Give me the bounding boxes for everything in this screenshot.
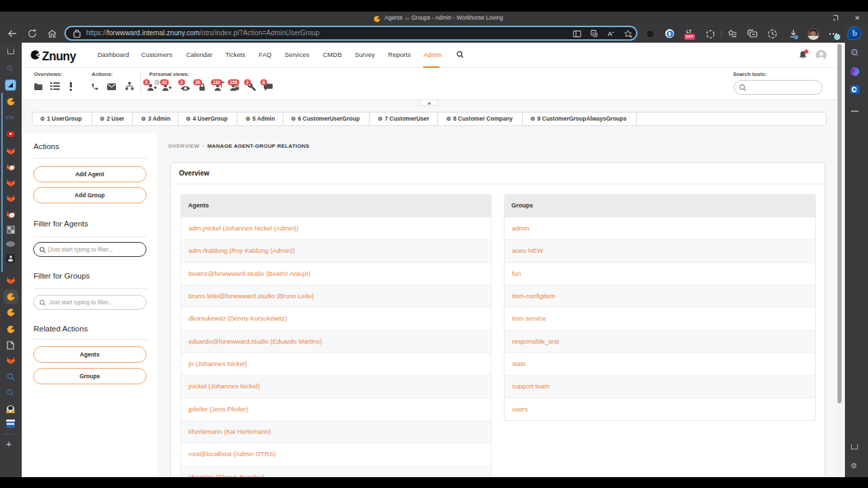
svg-text:a: a — [592, 30, 595, 35]
